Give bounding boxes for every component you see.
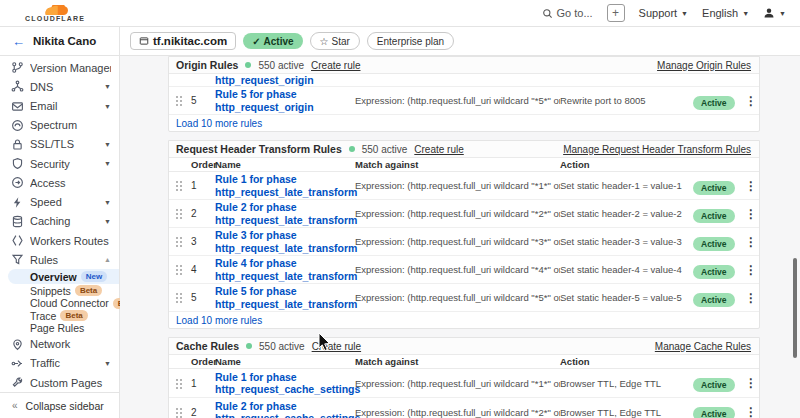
kebab-menu-icon[interactable]: ⋮ bbox=[741, 94, 761, 108]
kebab-menu-icon[interactable]: ⋮ bbox=[741, 235, 761, 249]
beta-badge: Beta bbox=[75, 285, 102, 296]
rule-name-link[interactable]: Rule 4 for phasehttp_request_late_transf… bbox=[215, 257, 355, 282]
sidebar-item-security[interactable]: Security ▼ bbox=[0, 154, 119, 173]
domain-selector[interactable]: tf.nikitac.com bbox=[130, 32, 236, 50]
rule-name-link[interactable]: Rule 1 for phasehttp_request_late_transf… bbox=[215, 173, 355, 198]
rule-name-link[interactable]: Rule 2 for phasehttp_request_late_transf… bbox=[215, 201, 355, 226]
status-badge: Active bbox=[693, 181, 735, 195]
rule-name-link[interactable]: http_request_origin bbox=[215, 74, 314, 86]
rule-name-link[interactable]: Rule 1 for phasehttp_request_cache_setti… bbox=[215, 371, 355, 396]
active-count: 550 active bbox=[362, 144, 408, 155]
sidebar-item-rules[interactable]: Rules ▲ bbox=[0, 250, 119, 269]
table-column-headers: Order Name Match against Action bbox=[169, 355, 759, 369]
create-rule-link[interactable]: Create rule bbox=[311, 60, 360, 71]
table-row: 2 Rule 2 for phasehttp_request_late_tran… bbox=[169, 200, 759, 228]
active-dot-icon bbox=[246, 343, 252, 349]
sidebar-item-email[interactable]: Email ▼ bbox=[0, 96, 119, 115]
load-more-rules-link[interactable]: Load 10 more rules bbox=[169, 115, 759, 131]
back-arrow-icon[interactable]: ← bbox=[12, 34, 25, 49]
beta-badge: Beta bbox=[60, 310, 87, 321]
create-rule-link[interactable]: Create rule bbox=[414, 144, 463, 155]
rule-action: Set static header-4 = value-4 bbox=[560, 264, 693, 275]
network-pin-icon bbox=[11, 338, 24, 351]
manage-cache-rules-link[interactable]: Manage Cache Rules bbox=[655, 341, 751, 352]
kebab-menu-icon[interactable]: ⋮ bbox=[741, 376, 761, 390]
drag-handle[interactable] bbox=[175, 208, 182, 219]
star-button[interactable]: ☆ Star bbox=[310, 32, 360, 50]
workers-icon bbox=[11, 234, 24, 247]
sidebar-item-speed[interactable]: Speed ▼ bbox=[0, 193, 119, 212]
vertical-scrollbar[interactable] bbox=[793, 258, 797, 358]
active-dot-icon bbox=[349, 146, 355, 152]
drag-handle[interactable] bbox=[175, 407, 182, 418]
language-label: English bbox=[702, 7, 738, 19]
search-icon bbox=[542, 8, 553, 19]
drag-handle[interactable] bbox=[175, 264, 182, 275]
drag-handle[interactable] bbox=[175, 236, 182, 247]
sidebar-item-spectrum[interactable]: Spectrum bbox=[0, 116, 119, 135]
main-content: Origin Rules 550 active Create rule Mana… bbox=[120, 56, 800, 418]
manage-rht-rules-link[interactable]: Manage Request Header Transform Rules bbox=[563, 144, 751, 155]
add-site-button[interactable]: + bbox=[607, 4, 625, 22]
load-more-rules-link[interactable]: Load 10 more rules bbox=[169, 312, 759, 328]
sidebar-item-workers-routes[interactable]: Workers Routes bbox=[0, 231, 119, 250]
origin-rules-header: Origin Rules 550 active Create rule Mana… bbox=[169, 57, 759, 74]
chevron-down-icon: ▼ bbox=[104, 218, 111, 225]
col-order: Order bbox=[191, 159, 215, 170]
drag-handle[interactable] bbox=[175, 378, 182, 389]
rule-order: 1 bbox=[191, 378, 215, 389]
new-badge: New bbox=[81, 271, 107, 282]
sidebar-item-traffic[interactable]: Traffic ▼ bbox=[0, 354, 119, 373]
manage-origin-rules-link[interactable]: Manage Origin Rules bbox=[657, 60, 751, 71]
kebab-menu-icon[interactable]: ⋮ bbox=[741, 263, 761, 277]
filter-icon bbox=[11, 253, 24, 266]
kebab-menu-icon[interactable]: ⋮ bbox=[741, 405, 761, 418]
sidebar-item-dns[interactable]: DNS ▼ bbox=[0, 77, 119, 96]
sidebar-item-page-rules[interactable]: Page Rules bbox=[0, 322, 119, 335]
git-branch-icon bbox=[11, 61, 24, 74]
sidebar-item-snippets[interactable]: Snippets Beta bbox=[0, 284, 119, 297]
table-row: 2 Rule 2 for phasehttp_request_cache_set… bbox=[169, 398, 759, 418]
sidebar-item-version-management[interactable]: Version Management bbox=[0, 58, 119, 77]
chevron-up-icon: ▲ bbox=[104, 256, 111, 263]
rule-name-link[interactable]: Rule 5 for phasehttp_request_late_transf… bbox=[215, 285, 355, 310]
chevron-down-icon: ▼ bbox=[104, 103, 111, 110]
star-icon: ☆ bbox=[320, 36, 329, 47]
sidebar-item-network[interactable]: Network bbox=[0, 335, 119, 354]
support-menu[interactable]: Support ▼ bbox=[639, 7, 688, 19]
cloudflare-logo[interactable]: CLOUDFLARE bbox=[25, 5, 85, 22]
kebab-menu-icon[interactable]: ⋮ bbox=[741, 207, 761, 221]
drag-handle[interactable] bbox=[175, 95, 182, 106]
rule-name-link[interactable]: Rule 2 for phasehttp_request_cache_setti… bbox=[215, 400, 355, 418]
goto-search[interactable]: Go to... bbox=[542, 7, 593, 19]
rule-name-link[interactable]: Rule 3 for phasehttp_request_late_transf… bbox=[215, 229, 355, 254]
rule-match-expression: Expression: (http.request.full_uri wildc… bbox=[355, 236, 560, 247]
section-title: Origin Rules bbox=[176, 59, 238, 71]
kebab-menu-icon[interactable]: ⋮ bbox=[741, 291, 761, 305]
sidebar-item-overview[interactable]: Overview New bbox=[8, 269, 119, 284]
language-menu[interactable]: English ▼ bbox=[702, 7, 749, 19]
sidebar-item-trace[interactable]: Trace Beta bbox=[0, 309, 119, 322]
status-badge: Active bbox=[693, 265, 735, 279]
table-row: 5 Rule 5 for phase http_request_origin E… bbox=[169, 87, 759, 115]
rule-match-expression: Expression: (http.request.full_uri wildc… bbox=[355, 95, 560, 106]
collapse-sidebar-button[interactable]: « Collapse sidebar bbox=[0, 392, 119, 418]
table-row: 3 Rule 3 for phasehttp_request_late_tran… bbox=[169, 228, 759, 256]
create-rule-link[interactable]: Create rule bbox=[312, 341, 361, 352]
user-menu[interactable]: ▼ bbox=[763, 7, 786, 19]
drag-handle[interactable] bbox=[175, 180, 182, 191]
chevron-down-icon: ▼ bbox=[742, 10, 749, 17]
rule-name-link[interactable]: Rule 5 for phase http_request_origin bbox=[215, 88, 355, 113]
sidebar-item-ssl-tls[interactable]: SSL/TLS ▼ bbox=[0, 135, 119, 154]
sidebar-item-caching[interactable]: Caching ▼ bbox=[0, 212, 119, 231]
sidebar-item-custom-pages[interactable]: Custom Pages bbox=[0, 373, 119, 392]
active-count: 550 active bbox=[258, 60, 304, 71]
plus-icon: + bbox=[612, 6, 619, 20]
cloudflare-logo-text: CLOUDFLARE bbox=[25, 15, 85, 22]
chevron-down-icon: ▼ bbox=[104, 141, 111, 148]
rht-rules-header: Request Header Transform Rules 550 activ… bbox=[169, 141, 759, 158]
kebab-menu-icon[interactable]: ⋮ bbox=[741, 179, 761, 193]
sidebar-item-cloud-connector[interactable]: Cloud Connector Beta bbox=[0, 297, 119, 310]
sidebar-item-access[interactable]: Access bbox=[0, 173, 119, 192]
drag-handle[interactable] bbox=[175, 292, 182, 303]
